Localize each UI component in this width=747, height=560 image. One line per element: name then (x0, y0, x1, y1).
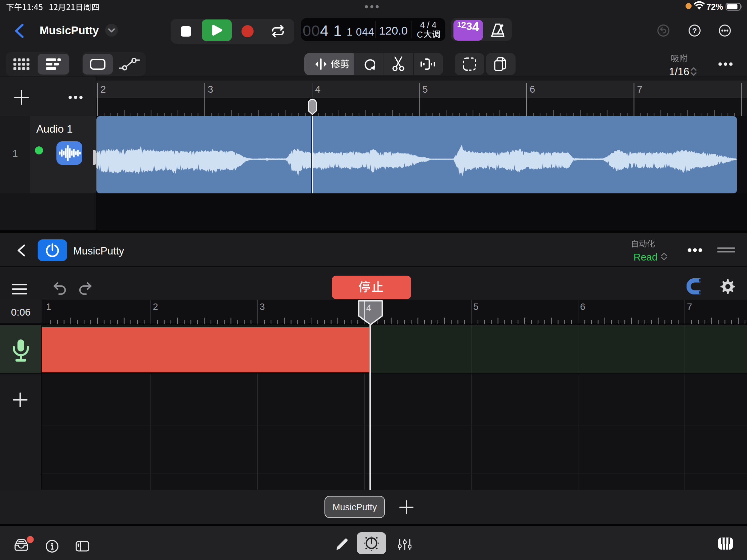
svg-text:6: 6 (580, 301, 586, 312)
svg-text:4: 4 (366, 303, 371, 313)
svg-text:7: 7 (637, 84, 643, 95)
svg-text:4: 4 (315, 84, 320, 95)
svg-text:?: ? (692, 27, 697, 35)
svg-text:3: 3 (208, 84, 213, 95)
svg-text:3: 3 (260, 301, 265, 312)
svg-text:5: 5 (422, 84, 428, 95)
svg-text:5: 5 (473, 301, 479, 312)
svg-text:6: 6 (530, 84, 535, 95)
svg-text:1: 1 (46, 301, 51, 312)
svg-text:2: 2 (100, 84, 106, 95)
svg-text:2: 2 (153, 301, 158, 312)
svg-text:7: 7 (687, 301, 692, 312)
